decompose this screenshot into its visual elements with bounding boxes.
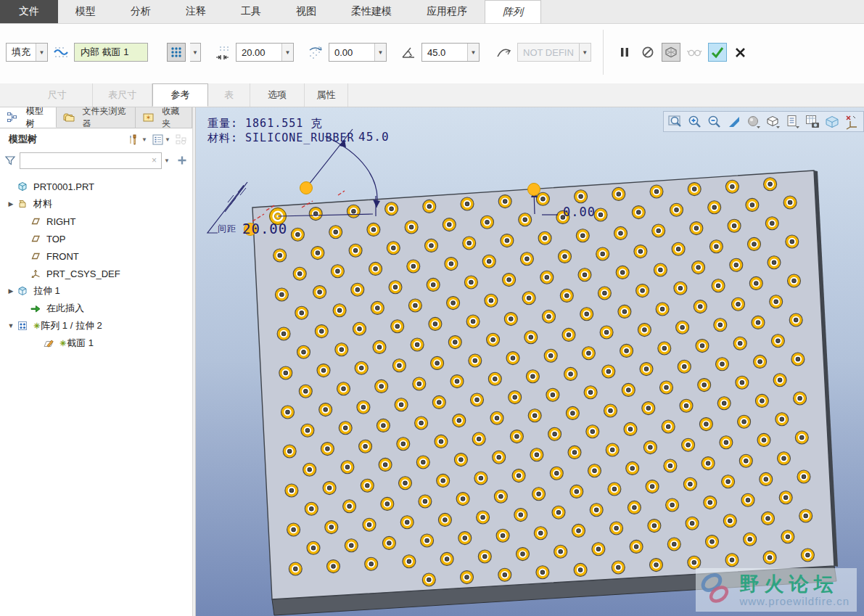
pattern-instance[interactable] [363,518,376,531]
render-style-icon[interactable] [745,113,762,131]
pattern-type-dropdown[interactable]: ▼ [36,44,47,61]
pattern-instance[interactable] [612,561,625,574]
dir1-spacing-combo[interactable]: 20.00 ▼ [236,43,294,62]
pattern-instance[interactable] [712,279,725,292]
pattern-instance[interactable] [728,219,741,232]
pattern-instance[interactable] [454,453,467,467]
pattern-instance[interactable] [456,493,469,506]
pattern-instance[interactable] [708,201,721,214]
pattern-instance[interactable] [392,359,406,372]
pattern-instance[interactable] [496,529,509,542]
pattern-instance[interactable] [421,534,434,547]
pattern-instance[interactable] [463,237,476,250]
pattern-instance[interactable] [630,540,643,553]
pattern-instance[interactable] [709,240,723,253]
pattern-instance[interactable] [765,217,778,230]
pattern-instance[interactable] [618,305,631,318]
pattern-instance[interactable] [664,459,677,472]
pattern-instance[interactable] [503,274,516,287]
pattern-instance[interactable] [440,552,453,565]
pattern-instance[interactable] [399,477,412,490]
offset-drag-handle[interactable] [528,184,540,196]
pattern-instance[interactable] [532,488,546,501]
graphics-area[interactable]: 重量: 1861.551 克 材料: SILICONE_RUBBER 45.0 … [196,107,864,616]
pattern-instance[interactable] [359,440,372,453]
pattern-instance[interactable] [566,406,579,419]
filter-funnel-icon[interactable] [3,153,17,168]
pattern-instance[interactable] [423,200,436,213]
pattern-instance[interactable] [795,431,808,444]
pattern-instance[interactable] [768,256,781,269]
pattern-instance[interactable] [355,361,368,374]
pattern-instance[interactable] [714,319,727,332]
pattern-instance[interactable] [301,424,314,437]
pattern-instance[interactable] [763,551,776,564]
dir1-spacing-dropdown[interactable]: ▼ [281,44,293,61]
pattern-instance[interactable] [643,441,657,454]
pattern-instance[interactable] [329,226,342,239]
menu-tab-annotate[interactable]: 注释 [168,0,223,23]
pattern-instance[interactable] [632,206,645,219]
pattern-instance[interactable] [453,414,466,427]
pattern-instance[interactable] [683,477,696,490]
pattern-instance[interactable] [654,263,667,276]
menu-tab-view[interactable]: 视图 [279,0,334,23]
pattern-instance[interactable] [377,419,390,432]
pattern-instance[interactable] [616,266,629,279]
pattern-instance[interactable] [650,185,663,198]
pattern-instance[interactable] [283,445,296,458]
pattern-instance[interactable] [277,327,290,340]
pattern-instance[interactable] [604,404,617,417]
pattern-instance[interactable] [506,352,519,365]
pattern-instance[interactable] [519,213,532,226]
pattern-instance[interactable] [730,258,743,271]
pattern-instance[interactable] [438,513,451,526]
tab-references[interactable]: 参考 [152,83,208,107]
pattern-instance[interactable] [431,356,444,369]
pattern-instance[interactable] [586,425,599,438]
pattern-instance[interactable] [720,436,733,449]
expand-icon[interactable]: ▶ [6,200,16,208]
tab-folder-browser[interactable]: 文件夹浏览器 [57,107,136,128]
tree-item[interactable]: ▶材料 [0,195,192,213]
pattern-instance[interactable] [536,192,549,205]
pattern-instance[interactable] [299,385,312,398]
pattern-instance[interactable] [373,340,386,353]
section-collector-field[interactable]: 内部 截面 1 [74,43,148,62]
pattern-instance[interactable] [600,326,613,339]
pattern-instance[interactable] [764,178,777,191]
tab-favorites[interactable]: ✶ 收藏夹 [136,107,192,128]
pattern-instance[interactable] [757,433,770,446]
pattern-instance[interactable] [598,287,611,300]
saved-views-icon[interactable] [784,113,802,131]
pattern-instance[interactable] [305,502,318,515]
pattern-instance[interactable] [801,549,814,562]
tree-tools-dropdown[interactable]: ▼ [141,136,150,143]
wireframe-preview-icon[interactable] [662,43,680,62]
no-preview-icon[interactable] [638,43,657,62]
pattern-instance[interactable] [478,550,491,563]
pattern-instance[interactable] [317,364,330,377]
tree-item[interactable]: PRT0001.PRT [0,178,192,195]
pattern-instance[interactable] [395,398,408,411]
pattern-instance[interactable] [666,498,679,512]
angle-drag-handle[interactable] [300,182,313,194]
pattern-instance[interactable] [387,242,400,255]
pattern-instance[interactable] [512,469,525,482]
tree-item[interactable]: ▼✳阵列 1 / 拉伸 2 [0,317,192,334]
pattern-instance[interactable] [443,218,456,231]
pattern-instance[interactable] [602,365,615,378]
pattern-instance[interactable] [357,401,370,414]
pattern-instance[interactable] [429,317,442,330]
pattern-instance[interactable] [612,187,625,200]
pattern-instance[interactable] [445,258,458,271]
pattern-instance[interactable] [461,197,474,210]
pattern-instance[interactable] [560,289,573,302]
pattern-instance[interactable] [570,485,583,498]
pattern-instance[interactable] [749,276,762,289]
pattern-instance[interactable] [347,205,360,218]
view-manager-icon[interactable] [823,113,841,131]
pattern-instance[interactable] [361,479,374,492]
pattern-instance[interactable] [704,496,717,509]
pattern-instance[interactable] [427,278,440,291]
